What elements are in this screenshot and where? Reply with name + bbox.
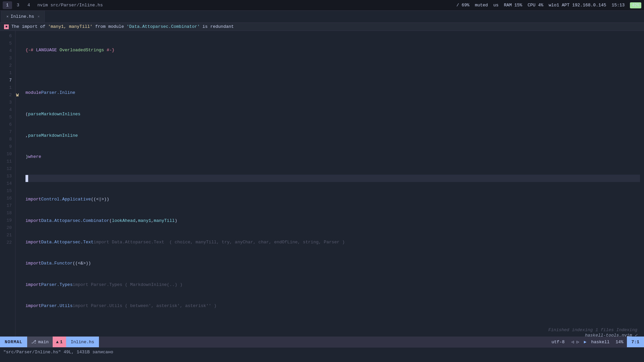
topbar-right: / 69% muted us RAM 15% CPU 4% wlo1 APT 1… <box>457 2 641 8</box>
statusbar: NORMAL ⎇ main ▲ 1 Inline.hs utf-8 ◁ ▷ ▶ … <box>0 337 644 347</box>
code-line-import3: import Data.Attoparsec.Text import Data.… <box>25 239 640 246</box>
ln-5: 5 <box>0 40 15 48</box>
code-line-import2: import Data.Attoparsec.Combinator (lookA… <box>25 217 640 225</box>
notification-line1: Finished indexing 1 files Indexing <box>548 327 637 333</box>
file-icon: × <box>6 15 9 19</box>
ln-r2: 2 <box>0 92 15 99</box>
ln-r3: 3 <box>0 99 15 107</box>
topbar-us: us <box>493 3 499 8</box>
code-line-import1: import Control.Applicative ((<|>)) <box>25 196 640 203</box>
ln-r16: 16 <box>0 195 15 202</box>
ln-r10: 10 <box>0 151 15 158</box>
tabbar: × Inline.hs × <box>0 11 644 23</box>
diag-text: The import of 'many1, manyTill' from mod… <box>11 24 234 29</box>
ln-r8: 8 <box>0 136 15 143</box>
editor: 6 5 4 3 2 1 7 1 2 3 4 5 6 7 8 9 10 11 12… <box>0 31 644 337</box>
ln-r14: 14 <box>0 180 15 188</box>
code-line-import6: import Parser.Utils import Parser.Utils … <box>25 303 640 310</box>
notification-line2: haskell-tools.nvim ✓ <box>548 333 637 338</box>
topbar: 1 3 4 nvim src/Parser/Inline.hs / 69% mu… <box>0 0 644 11</box>
topbar-volume: / 69% <box>457 3 470 8</box>
ln-r1: 1 <box>0 84 15 92</box>
ln-r4: 4 <box>0 107 15 114</box>
status-lang-arrow: ▶ <box>582 339 589 345</box>
topbar-network: wlo1 APT 192.168.0.145 <box>549 3 606 8</box>
ln-r17: 17 <box>0 202 15 210</box>
status-pos: 7:1 <box>627 337 644 347</box>
ln-r15: 15 <box>0 188 15 195</box>
notification: Finished indexing 1 files Indexing haske… <box>548 327 637 338</box>
topbar-tab-3[interactable]: 3 <box>13 1 23 9</box>
status-encoding: utf-8 <box>547 340 569 345</box>
tab-filename: Inline.hs <box>11 14 34 19</box>
status-file: Inline.hs <box>66 337 99 347</box>
topbar-ram: RAM 15% <box>504 3 522 8</box>
cmdline: "src/Parser/Inline.hs" 49L, 1431B записа… <box>0 347 644 357</box>
ln-3: 3 <box>0 55 15 62</box>
status-right: utf-8 ◁ ▷ ▶ haskell 14% 7:1 <box>547 337 644 347</box>
ln-r19: 19 <box>0 217 15 225</box>
code-area[interactable]: {-# LANGUAGE OverloadedStrings #-} modul… <box>21 31 644 337</box>
ln-r18: 18 <box>0 210 15 217</box>
topbar-time: 15:13 <box>611 3 625 8</box>
code-line-import5: import Parser.Types import Parser.Types … <box>25 281 640 289</box>
ln-r7: 7 <box>0 129 15 136</box>
warn-count: 1 <box>60 340 63 345</box>
diagbar: ■ The import of 'many1, manyTill' from m… <box>0 23 644 31</box>
topbar-muted: muted <box>475 3 488 8</box>
status-icons: ◁ ▷ <box>569 339 582 345</box>
file-tab-inline[interactable]: × Inline.hs × <box>1 10 45 22</box>
status-warn: ▲ 1 <box>53 337 66 347</box>
status-percent: 14% <box>612 340 627 345</box>
line-numbers: 6 5 4 3 2 1 7 1 2 3 4 5 6 7 8 9 10 11 12… <box>0 31 15 337</box>
ln-7: 7 <box>0 77 15 84</box>
code-line-where: ) where <box>25 154 640 161</box>
topbar-tabs: 1 3 4 <box>3 1 33 9</box>
ln-r6: 6 <box>0 121 15 129</box>
diag-icon: ■ <box>4 24 9 29</box>
status-lang: haskell <box>589 340 612 345</box>
ln-r21: 21 <box>0 232 15 239</box>
ln-1: 1 <box>0 70 15 77</box>
topbar-battery: 42% <box>630 2 641 8</box>
code-line-export2: , parseMarkdownInline <box>25 132 640 139</box>
ln-r20: 20 <box>0 225 15 232</box>
gutter: W <box>15 31 21 337</box>
ln-6: 6 <box>0 33 15 40</box>
topbar-cpu: CPU 4% <box>528 3 543 8</box>
close-icon[interactable]: × <box>38 15 40 19</box>
code-line-blank1 <box>25 68 640 75</box>
code-line-module: module Parser.Inline <box>25 89 640 97</box>
topbar-tab-1[interactable]: 1 <box>3 1 12 9</box>
code-line-blank2 <box>25 324 640 331</box>
cmdline-text: "src/Parser/Inline.hs" 49L, 1431B записа… <box>3 350 113 355</box>
code-line-export1: ( parseMarkdownInlines <box>25 111 640 118</box>
ln-4: 4 <box>0 48 15 55</box>
topbar-filename: nvim src/Parser/Inline.hs <box>37 3 103 8</box>
branch-icon: ⎇ <box>31 339 36 345</box>
warn-icon: ▲ <box>56 340 59 345</box>
ln-r13: 13 <box>0 173 15 180</box>
ln-r22: 22 <box>0 239 15 247</box>
ln-2: 2 <box>0 62 15 70</box>
status-mode: NORMAL <box>0 337 27 347</box>
ln-r11: 11 <box>0 158 15 166</box>
branch-name: main <box>38 340 49 345</box>
ln-r5: 5 <box>0 114 15 121</box>
topbar-tab-4[interactable]: 4 <box>24 1 34 9</box>
code-line-import4: import Data.Functor ((<&>)) <box>25 260 640 267</box>
ln-r9: 9 <box>0 143 15 151</box>
ln-r12: 12 <box>0 166 15 173</box>
code-line-cursor <box>25 175 640 182</box>
status-branch: ⎇ main <box>27 337 53 347</box>
code-line-pragma: {-# LANGUAGE OverloadedStrings #-} <box>25 47 640 54</box>
